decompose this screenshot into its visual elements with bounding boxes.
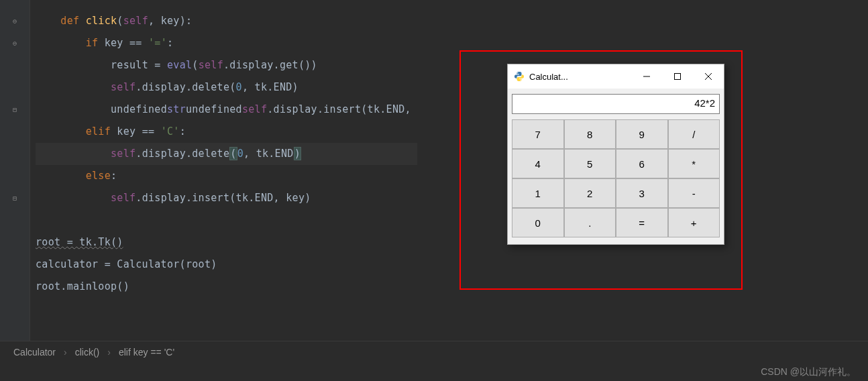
calc-button-6[interactable]: 6 [616,149,668,178]
app-icon [513,70,525,83]
svg-rect-3 [675,74,681,80]
fold-end-icon: ⊟ [11,187,19,209]
breadcrumb: Calculator › click() › elif key == 'C' [0,341,868,362]
calc-button-0[interactable]: 0 [512,208,564,237]
svg-point-1 [520,80,521,80]
calc-button-8[interactable]: 8 [564,119,616,149]
watermark: CSDN @以山河作礼。 [761,366,856,378]
breadcrumb-item[interactable]: Calculator [13,347,56,358]
calc-button-2[interactable]: 2 [564,178,616,208]
chevron-right-icon: › [107,347,111,358]
maximize-button[interactable] [662,64,693,89]
calc-button-=[interactable]: = [616,208,668,237]
calc-button-4[interactable]: 4 [512,149,564,178]
calc-button-1[interactable]: 1 [512,178,564,208]
calc-button-7[interactable]: 7 [512,119,564,149]
calc-button--[interactable]: - [668,178,720,208]
breadcrumb-item[interactable]: click() [75,347,100,358]
window-title: Calculat... [529,72,631,82]
titlebar[interactable]: Calculat... [508,64,724,89]
fold-icon[interactable]: ⊖ [11,10,19,32]
close-button[interactable] [693,64,724,89]
svg-point-0 [517,72,518,73]
breadcrumb-item[interactable]: elif key == 'C' [119,347,174,358]
fold-end-icon: ⊟ [11,99,19,121]
calc-button-.[interactable]: . [564,208,616,237]
calc-button-5[interactable]: 5 [564,149,616,178]
calc-button-9[interactable]: 9 [616,119,668,149]
calculator-window: Calculat... 42*2 789/456*123-0.=+ [507,64,724,245]
calc-button-3[interactable]: 3 [616,178,668,208]
minimize-button[interactable] [631,64,662,89]
gutter: ⊖ ⊖ ⊟ ⊟ [0,0,30,341]
calc-display[interactable]: 42*2 [512,94,720,114]
calc-button-*[interactable]: * [668,149,720,178]
button-grid: 789/456*123-0.=+ [508,117,724,244]
highlight-frame: Calculat... 42*2 789/456*123-0.=+ [459,50,743,290]
code-content[interactable]: def click(self, key): if key == '=': res… [30,0,417,341]
fold-icon[interactable]: ⊖ [11,32,19,54]
calc-button-+[interactable]: + [668,208,720,237]
chevron-right-icon: › [64,347,67,358]
calc-button-/[interactable]: / [668,119,720,149]
